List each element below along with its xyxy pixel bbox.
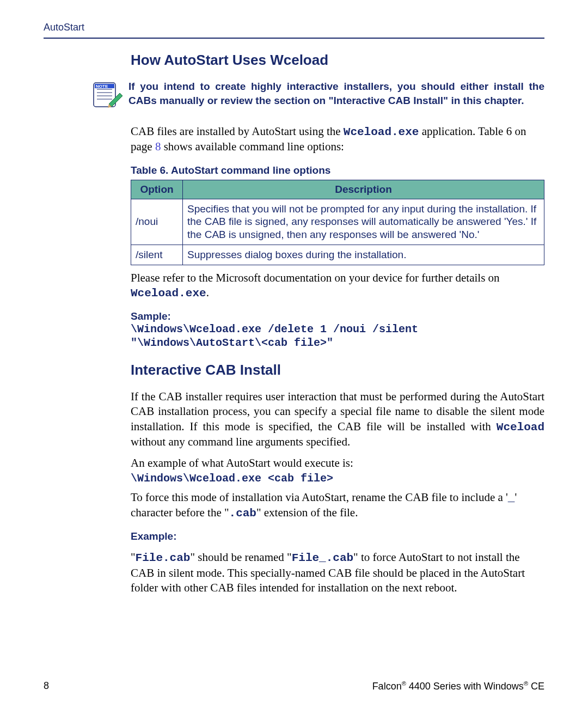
- text: CE: [528, 681, 544, 692]
- th-option: Option: [131, 180, 183, 199]
- note-icon: NOTE: [93, 80, 124, 111]
- page-content: How AutoStart Uses Wceload NOTE If you i…: [131, 52, 544, 595]
- page-number: 8: [44, 680, 49, 692]
- svg-text:NOTE: NOTE: [96, 84, 108, 89]
- paragraph-interactive-1: If the CAB installer requires user inter…: [131, 389, 544, 449]
- text: To force this mode of installation via A…: [131, 491, 508, 504]
- page-footer: 8 Falcon® 4400 Series with Windows® CE: [44, 680, 544, 692]
- options-table: Option Description /noui Specifies that …: [131, 180, 544, 265]
- page-link[interactable]: 8: [155, 140, 161, 153]
- table-header-row: Option Description: [131, 180, 544, 199]
- text: " should be renamed ": [190, 551, 291, 564]
- registered-mark: ®: [402, 680, 406, 687]
- th-description: Description: [183, 180, 544, 199]
- paragraph-example: "File.cab" should be renamed "File_.cab"…: [131, 550, 544, 595]
- header-rule: [44, 38, 544, 39]
- inline-code: .cab: [229, 507, 256, 520]
- text: without any command line arguments speci…: [131, 435, 350, 448]
- note-block: NOTE If you intend to create highly inte…: [93, 80, 544, 111]
- table-caption: Table 6. AutoStart command line options: [131, 164, 544, 176]
- sample-code: \Windows\Wceload.exe /delete 1 /noui /si…: [131, 322, 544, 350]
- paragraph-refer: Please refer to the Microsoft documentat…: [131, 271, 544, 301]
- table-row: /noui Specifies that you will not be pro…: [131, 199, 544, 245]
- inline-code: _: [508, 492, 515, 504]
- running-header: AutoStart: [44, 22, 544, 33]
- cell-option: /noui: [131, 199, 183, 245]
- text: If the CAB installer requires user inter…: [131, 390, 544, 433]
- inline-code: Wceload.exe: [344, 126, 419, 138]
- text: " extension of the file.: [256, 506, 358, 519]
- text: 4400 Series with Windows: [406, 681, 524, 692]
- inline-code: File_.cab: [292, 552, 353, 564]
- paragraph-cab-install: CAB files are installed by AutoStart usi…: [131, 124, 544, 155]
- inline-code: File.cab: [136, 552, 191, 564]
- table-row: /silent Suppresses dialog boxes during t…: [131, 245, 544, 265]
- text: shows available command line options:: [161, 140, 344, 153]
- heading-wceload: How AutoStart Uses Wceload: [131, 52, 544, 69]
- text: CAB files are installed by AutoStart usi…: [131, 125, 344, 138]
- paragraph-interactive-3: To force this mode of installation via A…: [131, 490, 544, 521]
- text: .: [206, 286, 209, 299]
- interactive-code: \Windows\Wceload.exe <cab file>: [131, 472, 544, 485]
- inline-code: Wceload: [497, 421, 544, 434]
- note-text: If you intend to create highly interacti…: [128, 80, 544, 107]
- sample-label: Sample:: [131, 310, 544, 322]
- example-label: Example:: [131, 530, 544, 542]
- paragraph-interactive-2: An example of what AutoStart would execu…: [131, 456, 544, 471]
- cell-option: /silent: [131, 245, 183, 265]
- product-name: Falcon® 4400 Series with Windows® CE: [372, 680, 544, 692]
- heading-interactive: Interactive CAB Install: [131, 362, 544, 379]
- text: ": [131, 551, 136, 564]
- registered-mark: ®: [524, 680, 528, 687]
- text: Please refer to the Microsoft documentat…: [131, 271, 500, 284]
- inline-code: Wceload.exe: [131, 287, 206, 300]
- cell-description: Suppresses dialog boxes during the insta…: [183, 245, 544, 265]
- cell-description: Specifies that you will not be prompted …: [183, 199, 544, 245]
- text: Falcon: [372, 681, 402, 692]
